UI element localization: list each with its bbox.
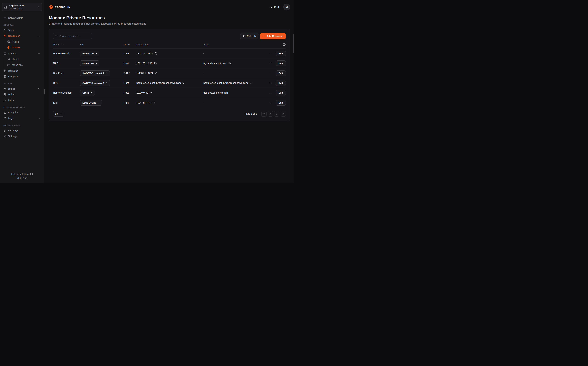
sidebar-item-domains[interactable]: Domains [2,68,42,74]
resource-name-cell: Remote Desktop [53,92,80,94]
search-input[interactable] [59,35,90,38]
site-link-button[interactable]: Home Lab [80,51,99,56]
sidebar-resize-handle[interactable] [44,89,44,94]
sidebar-item-resources[interactable]: Resources [2,33,42,39]
row-menu-button[interactable] [269,101,272,104]
sidebar-item-links[interactable]: Links [2,97,42,103]
sidebar-item-settings[interactable]: Settings [2,133,42,139]
resource-name-cell: RDS [53,82,80,84]
row-menu-button[interactable] [269,81,272,84]
sidebar-item-label: Sites [8,29,41,32]
sidebar-item-label: Clients [8,52,36,55]
column-header-destination: Destination [136,43,203,46]
brand[interactable]: PANGOLIN [49,5,70,9]
sidebar-item-analytics[interactable]: Analytics [2,110,42,115]
sidebar-item-logs[interactable]: Logs [2,115,42,121]
last-page-button[interactable] [280,111,286,117]
edit-button[interactable]: Edit [276,70,286,76]
add-resource-button[interactable]: Add Resource [260,33,286,39]
sidebar-item-clients-users[interactable]: Users [6,56,42,62]
copy-destination-button[interactable] [155,52,157,55]
refresh-button[interactable]: Refresh [240,33,258,39]
mode-cell: Host [124,82,136,84]
chevron-up-icon [38,52,41,55]
site-name: Home Lab [82,52,94,55]
app-window: Organization ACME Corp. Server AdminGENE… [0,0,294,183]
sidebar-section-heading: GENERAL [2,24,42,26]
sidebar-item-clients-machines[interactable]: Machines [6,62,42,68]
site-link-button[interactable]: Home Lab [80,61,99,66]
site-link-button[interactable]: Office [80,90,95,96]
github-icon [30,173,33,175]
next-page-button[interactable] [274,111,279,117]
sidebar-item-sites[interactable]: Sites [2,27,42,33]
edition-label: Enterprise Edition [11,173,29,175]
sidebar-item-api-keys[interactable]: API Keys [2,128,42,133]
edit-button[interactable]: Edit [276,100,286,106]
plus-icon [263,35,265,38]
copy-destination-button[interactable] [155,72,157,75]
site-link-button[interactable]: AWS VPC us-west-1 [80,80,110,86]
brand-label: PANGOLIN [55,6,70,8]
site-link-button[interactable]: AWS VPC us-east-1 [80,70,110,76]
sidebar-item-resources-private[interactable]: Private [6,45,42,50]
resources-card: Refresh Add Resource Name Site Mode Dest… [49,29,290,121]
sidebar-item-resources-public[interactable]: Public [6,39,42,45]
columns-icon [283,43,286,46]
version-link[interactable]: v1.13.0 [17,177,28,179]
receipt-icon [3,75,6,78]
theme-toggle[interactable]: Dark [270,6,279,9]
first-page-button[interactable] [261,111,266,117]
site-cell: AWS VPC us-east-1 [80,70,124,76]
pagination-controls: Page 1 of 1 [244,111,286,117]
row-menu-button[interactable] [269,52,272,55]
sort-by-name-button[interactable]: Name [53,43,80,46]
sidebar: Organization ACME Corp. Server AdminGENE… [0,0,44,183]
row-menu-button[interactable] [269,91,272,94]
destination-cell: postgres.us-east-1.rds.amazonaws.com [136,82,203,84]
gear-icon [3,135,6,137]
edit-button[interactable]: Edit [276,61,286,66]
site-link-button[interactable]: Edge Device [80,100,102,106]
sidebar-item-roles[interactable]: Roles [2,92,42,97]
search-box[interactable] [53,33,92,39]
column-settings-button[interactable] [283,43,286,46]
arrow-up-right-icon [95,62,97,64]
edit-button[interactable]: Edit [276,90,286,96]
sidebar-item-clients[interactable]: Clients [2,50,42,56]
copy-alias-button[interactable] [228,62,231,65]
table-header: Name Site Mode Destination Alias [53,41,286,49]
building-icon [4,5,7,9]
copy-destination-button[interactable] [150,92,153,94]
sidebar-item-blueprints[interactable]: Blueprints [2,74,42,79]
sidebar-item-server-admin[interactable]: Server Admin [2,15,42,21]
page-size-select[interactable]: 20 [53,111,64,117]
org-selector[interactable]: Organization ACME Corp. [2,3,42,11]
globe-icon [7,40,10,43]
resource-name-cell: NAS [53,62,80,65]
row-menu-button[interactable] [269,62,272,65]
site-cell: Home Lab [80,61,124,66]
sidebar-item-users[interactable]: Users [2,86,42,92]
edition-link[interactable]: Enterprise Edition [11,173,33,175]
topbar: PANGOLIN Dark M [49,0,290,10]
window-scrollbar-thumb[interactable] [293,34,294,53]
copy-destination-button[interactable] [154,62,157,65]
list-icon [3,117,6,120]
external-link-icon [25,177,27,179]
chevron-left-icon [269,113,272,115]
chart-icon [3,111,6,114]
avatar[interactable]: M [283,4,290,10]
destination-cell: 192.168.1.12 [136,101,203,104]
row-menu-button[interactable] [269,72,272,75]
version-label: v1.13.0 [17,177,24,179]
alias-value: - [203,72,204,75]
page-buttons [261,111,286,117]
refresh-label: Refresh [247,35,256,38]
copy-destination-button[interactable] [183,82,185,84]
prev-page-button[interactable] [268,111,273,117]
copy-destination-button[interactable] [153,101,155,104]
edit-button[interactable]: Edit [276,51,286,56]
edit-button[interactable]: Edit [276,80,286,86]
copy-alias-button[interactable] [250,82,252,84]
